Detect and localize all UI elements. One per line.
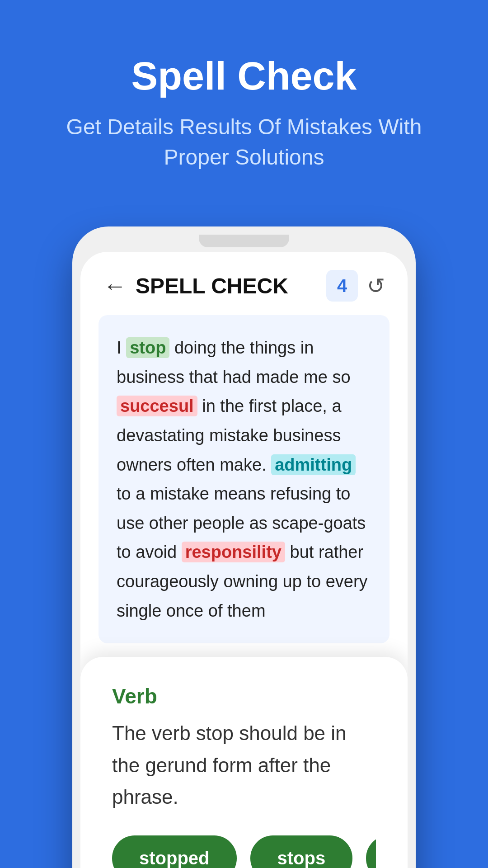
- popup-type-label: Verb: [112, 684, 376, 708]
- phone-notch-area: [80, 235, 408, 247]
- phone-notch: [199, 235, 289, 247]
- suggestion-stopped[interactable]: stopped: [112, 835, 237, 868]
- back-arrow-icon[interactable]: ←: [103, 272, 127, 299]
- suggestion-stopping[interactable]: stopping: [366, 835, 376, 868]
- word-succesul-highlight[interactable]: succesul: [117, 396, 197, 416]
- phone-header: ← SPELL CHECK 4 ↺: [80, 252, 408, 315]
- popup-panel: Verb The verb stop should be in the geru…: [80, 657, 408, 868]
- word-admitting-highlight[interactable]: admitting: [271, 454, 356, 475]
- hero-title: Spell Check: [36, 54, 452, 98]
- screen-title: SPELL CHECK: [136, 274, 317, 298]
- text-part1: I: [117, 338, 126, 357]
- refresh-icon[interactable]: ↺: [367, 273, 385, 298]
- suggestions-row: stopped stops stopping: [112, 835, 376, 868]
- phone-screen: ← SPELL CHECK 4 ↺ I stop doing the thing…: [80, 252, 408, 868]
- popup-description: The verb stop should be in the gerund fo…: [112, 717, 376, 813]
- full-page: Spell Check Get Details Results Of Mista…: [0, 0, 488, 868]
- suggestion-stops[interactable]: stops: [250, 835, 353, 868]
- word-stop-highlight[interactable]: stop: [126, 337, 169, 358]
- text-content-card: I stop doing the things in business that…: [99, 315, 389, 643]
- error-count-badge: 4: [326, 270, 358, 302]
- phone-wrapper: ← SPELL CHECK 4 ↺ I stop doing the thing…: [0, 226, 488, 868]
- hero-section: Spell Check Get Details Results Of Mista…: [0, 0, 488, 199]
- phone-outer: ← SPELL CHECK 4 ↺ I stop doing the thing…: [72, 226, 416, 868]
- word-responsility-highlight[interactable]: responsility: [182, 542, 285, 562]
- hero-subtitle: Get Details Results Of Mistakes With Pro…: [36, 112, 452, 172]
